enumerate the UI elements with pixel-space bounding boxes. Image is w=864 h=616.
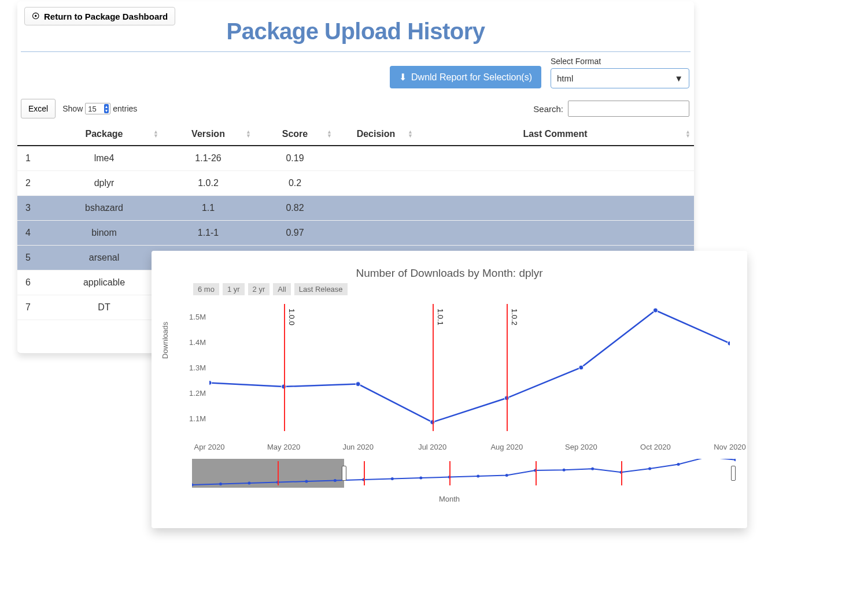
y-tick: 1.4M bbox=[183, 338, 206, 347]
cell-decision bbox=[335, 146, 416, 171]
x-tick: Jul 2020 bbox=[418, 443, 446, 451]
col-version[interactable]: Version▲▼ bbox=[162, 123, 254, 146]
cell-comment bbox=[416, 221, 694, 246]
col-score[interactable]: Score▲▼ bbox=[254, 123, 335, 146]
range-2yr[interactable]: 2 yr bbox=[248, 283, 270, 295]
svg-point-5 bbox=[579, 365, 584, 370]
cell-n: 3 bbox=[17, 196, 46, 221]
cell-score: 0.2 bbox=[254, 171, 335, 196]
stepper-icon: ▴▾ bbox=[104, 104, 109, 113]
cell-package: arsenal bbox=[46, 246, 162, 270]
cell-package: bshazard bbox=[46, 196, 162, 221]
mini-release-marker bbox=[621, 461, 622, 485]
cell-decision bbox=[335, 171, 416, 196]
svg-point-10 bbox=[248, 482, 250, 485]
downloads-chart-card: Number of Downloads by Month: dplyr 6 mo… bbox=[152, 251, 747, 528]
mini-release-marker bbox=[278, 461, 279, 485]
sort-icon: ▲▼ bbox=[685, 130, 691, 138]
range-1yr[interactable]: 1 yr bbox=[223, 283, 245, 295]
page-length: Show 15 ▴▾ entries bbox=[62, 103, 137, 114]
svg-point-8 bbox=[192, 484, 194, 487]
svg-point-19 bbox=[505, 474, 508, 477]
cell-n: 5 bbox=[17, 246, 46, 270]
col-comment[interactable]: Last Comment▲▼ bbox=[416, 123, 694, 146]
release-label: 1.0.0 bbox=[287, 309, 296, 325]
svg-point-16 bbox=[419, 477, 422, 480]
cell-score: 0.97 bbox=[254, 221, 335, 246]
divider bbox=[21, 51, 691, 52]
svg-point-22 bbox=[591, 467, 594, 470]
mini-release-marker bbox=[364, 461, 365, 485]
y-tick: 1.2M bbox=[183, 389, 206, 398]
x-tick: May 2020 bbox=[267, 443, 300, 451]
x-tick: Nov 2020 bbox=[714, 443, 746, 451]
table-row[interactable]: 3bshazard1.10.82 bbox=[17, 196, 694, 221]
col-index[interactable] bbox=[17, 123, 46, 146]
cell-package: DT bbox=[46, 295, 162, 320]
x-tick: Sep 2020 bbox=[565, 443, 597, 451]
cell-package: dplyr bbox=[46, 171, 162, 196]
cell-n: 1 bbox=[17, 146, 46, 171]
cell-version: 1.1-1 bbox=[162, 221, 254, 246]
search-input[interactable] bbox=[568, 101, 689, 117]
svg-point-9 bbox=[219, 483, 222, 485]
release-marker bbox=[507, 304, 508, 431]
svg-point-6 bbox=[653, 308, 658, 313]
table-controls: Excel Show 15 ▴▾ entries Search: bbox=[17, 95, 694, 121]
table-header: Package▲▼ Version▲▼ Score▲▼ Decision▲▼ L… bbox=[17, 123, 694, 146]
cell-n: 7 bbox=[17, 295, 46, 320]
svg-point-15 bbox=[391, 477, 394, 480]
chart-plot: Downloads 1.1M1.2M1.3M1.4M1.5M 1.0.01.0.… bbox=[169, 304, 730, 460]
table-row[interactable]: 2dplyr1.0.20.2 bbox=[17, 171, 694, 196]
x-axis-label: Month bbox=[152, 495, 747, 503]
y-tick: 1.3M bbox=[183, 363, 206, 372]
cell-package: binom bbox=[46, 221, 162, 246]
download-report-button[interactable]: ⬇ Dwnld Report for Selection(s) bbox=[390, 66, 541, 88]
cell-n: 4 bbox=[17, 221, 46, 246]
cell-package: lme4 bbox=[46, 146, 162, 171]
table-row[interactable]: 1lme41.1-260.19 bbox=[17, 146, 694, 171]
cell-comment bbox=[416, 171, 694, 196]
col-decision[interactable]: Decision▲▼ bbox=[335, 123, 416, 146]
y-tick: 1.1M bbox=[183, 414, 206, 423]
svg-point-13 bbox=[334, 479, 337, 482]
format-value: html bbox=[557, 73, 573, 83]
svg-point-7 bbox=[728, 341, 730, 346]
x-tick: Jun 2020 bbox=[342, 443, 374, 451]
page-length-select[interactable]: 15 ▴▾ bbox=[85, 103, 110, 114]
range-handle-left[interactable] bbox=[342, 466, 346, 481]
release-marker bbox=[433, 304, 434, 431]
cell-decision bbox=[335, 221, 416, 246]
mini-release-marker bbox=[536, 461, 537, 485]
format-label: Select Format bbox=[551, 57, 689, 66]
svg-point-2 bbox=[356, 382, 360, 387]
download-report-label: Dwnld Report for Selection(s) bbox=[411, 72, 532, 83]
sort-icon: ▲▼ bbox=[408, 130, 413, 138]
cell-comment bbox=[416, 146, 694, 171]
range-handle-right[interactable] bbox=[731, 466, 736, 481]
excel-export-button[interactable]: Excel bbox=[21, 99, 56, 118]
download-icon: ⬇ bbox=[399, 72, 407, 83]
return-button[interactable]: ☉ Return to Package Dashboard bbox=[24, 7, 175, 25]
range-slider[interactable] bbox=[192, 459, 736, 488]
col-package[interactable]: Package▲▼ bbox=[46, 123, 162, 146]
cell-decision bbox=[335, 196, 416, 221]
format-select[interactable]: html ▼ bbox=[551, 68, 689, 88]
table-row[interactable]: 4binom1.1-10.97 bbox=[17, 221, 694, 246]
cell-package: applicable bbox=[46, 270, 162, 295]
x-tick: Oct 2020 bbox=[640, 443, 671, 451]
search-label: Search: bbox=[533, 104, 563, 114]
cell-version: 1.1 bbox=[162, 196, 254, 221]
sort-icon: ▲▼ bbox=[153, 130, 158, 138]
arrow-left-circle-icon: ☉ bbox=[32, 11, 39, 21]
range-all[interactable]: All bbox=[273, 283, 290, 295]
range-6mo[interactable]: 6 mo bbox=[193, 283, 219, 295]
toolbar: ⬇ Dwnld Report for Selection(s) Select F… bbox=[17, 57, 694, 92]
sort-icon: ▲▼ bbox=[327, 130, 332, 138]
cell-score: 0.19 bbox=[254, 146, 335, 171]
chart-title: Number of Downloads by Month: dplyr bbox=[152, 267, 747, 280]
mini-chart-svg bbox=[192, 459, 736, 488]
range-last-release[interactable]: Last Release bbox=[294, 283, 348, 295]
svg-point-27 bbox=[734, 459, 736, 461]
x-tick: Apr 2020 bbox=[194, 443, 225, 451]
